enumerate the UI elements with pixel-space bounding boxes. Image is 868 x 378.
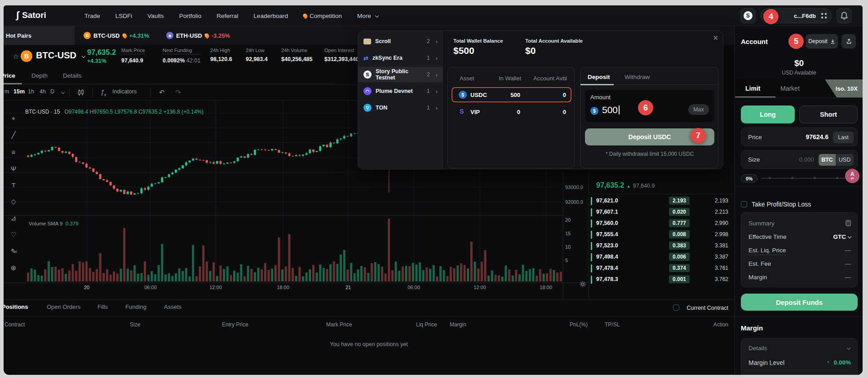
redo-icon[interactable]: ↷	[175, 88, 181, 97]
nav-item-label: LSDFi	[115, 13, 133, 19]
gauge-icon: ◔	[826, 359, 829, 365]
calculator-icon[interactable]	[846, 220, 851, 228]
pair-symbol[interactable]: BTC-USD	[36, 50, 76, 61]
leverage-slider-value[interactable]: 0%	[741, 174, 757, 183]
bottom-tab-assets[interactable]: Assets	[164, 303, 182, 310]
chart-tab-price[interactable]: Price	[4, 72, 15, 79]
margin-details-card: Details Margin Level ◔ 0.00%	[741, 338, 858, 375]
asset-row-vip[interactable]: S VIP 0 0	[452, 105, 571, 119]
slider-dot[interactable]	[791, 177, 793, 179]
margin-mode-selector[interactable]: Iso. 10X	[836, 85, 858, 92]
tab-withdraw[interactable]: Withdraw	[624, 74, 650, 80]
amount-input[interactable]: 500	[602, 105, 620, 115]
long-button[interactable]: Long	[741, 105, 795, 123]
current-contract-checkbox[interactable]	[673, 304, 679, 312]
stat-value-extra: 42:01	[185, 57, 200, 64]
interval-4h[interactable]: 4h	[40, 88, 46, 95]
ob-size: 0.020	[669, 208, 690, 216]
order-book-row[interactable]: 97,498.40.0063.387	[589, 252, 734, 263]
nav-item-vaults[interactable]: Vaults	[147, 13, 164, 19]
summary-label: Est. Liq. Price	[748, 247, 786, 255]
order-book-row[interactable]: 97,607.10.0202.213	[589, 207, 734, 218]
slider-dot[interactable]	[814, 177, 816, 179]
satori-token-button[interactable]: S	[740, 8, 756, 23]
network-item-zksync-era[interactable]: ⇄zkSync Era1›	[358, 50, 443, 66]
slider-dot[interactable]	[836, 177, 838, 179]
network-name: TON	[376, 105, 423, 111]
ob-size: 0.777	[669, 219, 690, 227]
nav-item-lsdfi[interactable]: LSDFi	[115, 13, 133, 19]
deposit-button[interactable]: Deposit	[806, 34, 838, 48]
asset-row-usdc[interactable]: $ USDC 500 0	[452, 88, 571, 101]
leverage-slider-track[interactable]	[761, 178, 857, 179]
tpsl-checkbox[interactable]	[741, 201, 747, 207]
unit-btc-toggle[interactable]: BTC	[819, 154, 836, 166]
interval-chevron-icon[interactable]	[61, 90, 65, 94]
order-book-row[interactable]: 97,478.30.0013.762	[589, 274, 734, 286]
interval-partial[interactable]: m	[4, 88, 9, 95]
bottom-tab-positions[interactable]: Positions	[4, 303, 28, 310]
stat-value: 97,640.9	[121, 57, 145, 64]
nav-item-competition[interactable]: Competition	[303, 13, 342, 19]
chart-tab-depth[interactable]: Depth	[31, 72, 48, 79]
order-book-row[interactable]: 97,523.00.3833.381	[589, 241, 734, 252]
candle-style-icon[interactable]	[77, 89, 84, 98]
chart-tab-details[interactable]: Details	[63, 72, 81, 79]
tab-deposit[interactable]: Deposit	[588, 74, 610, 80]
order-book-row[interactable]: 97,621.02.1932.193	[589, 196, 734, 207]
deposit-funds-button[interactable]: Deposit Funds	[741, 294, 858, 311]
ticker-pair-eth-usd[interactable]: ◆ETH-USD-3.25%	[166, 32, 230, 39]
interval-D[interactable]: D	[50, 88, 54, 95]
interval-1h[interactable]: 1h	[28, 88, 34, 95]
size-input[interactable]: 0.000	[799, 156, 814, 163]
notifications-button[interactable]	[837, 8, 852, 23]
ob-size: 0.001	[669, 275, 690, 283]
details-chevron-icon[interactable]	[847, 346, 850, 350]
fx-icon[interactable]: ƒx	[101, 88, 106, 97]
apps-grid-icon[interactable]	[821, 13, 827, 19]
hot-pairs-tab[interactable]: Hot Pairs	[4, 26, 75, 45]
time-axis-label: 12:00	[209, 285, 222, 290]
tab-market[interactable]: Market	[780, 85, 800, 92]
favorite-star-icon[interactable]: ☆	[13, 52, 19, 61]
close-icon[interactable]: ×	[713, 33, 718, 43]
order-book-row[interactable]: 97,555.40.0082.998	[589, 229, 734, 241]
nav-item-more[interactable]: More	[357, 13, 378, 19]
last-price-button[interactable]: Last	[833, 132, 854, 143]
chevron-down-icon[interactable]	[848, 235, 851, 238]
nav-item-label: Leaderboard	[253, 13, 288, 19]
order-book-row[interactable]: 97,478.40.3743.761	[589, 263, 734, 274]
network-item-ton[interactable]: ▽TON1›	[358, 100, 443, 115]
network-item-story-public-testnet[interactable]: SStory Public Testnet2›	[358, 67, 443, 82]
indicators-button[interactable]: Indicators	[112, 88, 137, 95]
order-book-row[interactable]: 97,560.00.7772.990	[589, 218, 734, 229]
interval-15m[interactable]: 15m	[13, 88, 25, 95]
price-field[interactable]: Price 97624.6 Last	[741, 127, 858, 146]
size-field[interactable]: Size 0.000 BTC USD	[741, 150, 858, 169]
table-header-size: Size	[130, 321, 140, 328]
nav-item-leaderboard[interactable]: Leaderboard	[253, 13, 288, 19]
bottom-tab-open-orders[interactable]: Open Orders	[47, 303, 80, 310]
tab-limit[interactable]: Limit	[745, 85, 760, 92]
bottom-tab-fills[interactable]: Fills	[97, 303, 108, 310]
nav-item-referral[interactable]: Referral	[217, 13, 238, 19]
nav-item-trade[interactable]: Trade	[84, 13, 100, 19]
pair-chevron-down-icon[interactable]	[82, 54, 85, 58]
network-item-plume-devnet[interactable]: ◠Plume Devnet1›	[358, 84, 443, 99]
ticker-pair-btc-usd[interactable]: BBTC-USD+4.31%	[84, 32, 149, 39]
short-button[interactable]: Short	[799, 105, 858, 123]
max-button[interactable]: Max	[688, 104, 709, 115]
bottom-tab-funding[interactable]: Funding	[125, 303, 146, 310]
brand-logo[interactable]: ∫ Satori	[16, 9, 46, 21]
undo-icon[interactable]: ↶	[159, 88, 165, 97]
price-value[interactable]: 97624.6	[806, 133, 828, 141]
collapse-toolbar-arrow[interactable]: ‹	[15, 248, 17, 255]
nav-item-portfolio[interactable]: Portfolio	[179, 13, 202, 19]
slider-dot[interactable]	[769, 177, 771, 179]
axis-settings-gear-icon[interactable]	[580, 281, 586, 289]
translate-button[interactable]: A ⇄	[845, 169, 859, 183]
effective-time-select[interactable]: GTC	[833, 233, 851, 240]
network-item-scroll[interactable]: Scroll2›	[358, 34, 443, 49]
withdraw-share-button[interactable]	[841, 34, 856, 48]
unit-usd-toggle[interactable]: USD	[836, 154, 854, 166]
